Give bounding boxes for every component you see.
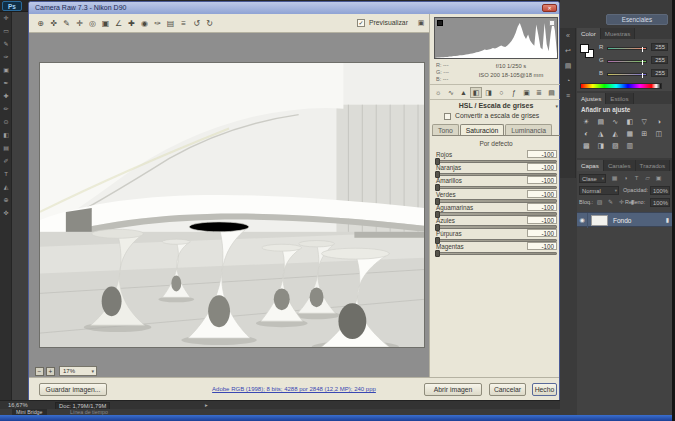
rotate-left-tool-icon[interactable]: ↺ <box>190 17 203 30</box>
shape-tool-icon[interactable]: ◭ <box>0 181 12 194</box>
status-menu-arrow-icon[interactable]: ▸ <box>205 402 208 408</box>
slider-value-field[interactable]: -100 <box>527 150 557 158</box>
levels-icon[interactable]: ▤ <box>594 116 609 128</box>
channel-slider[interactable] <box>607 47 647 50</box>
done-button[interactable]: Hecho <box>532 383 557 396</box>
zoom-in-button[interactable]: + <box>46 367 55 376</box>
type-tool-icon[interactable]: T <box>0 168 12 181</box>
layer-visibility-eye-icon[interactable]: ◉ <box>577 213 588 228</box>
cancel-button[interactable]: Cancelar <box>489 383 526 396</box>
black-white-icon[interactable]: ◮ <box>594 128 609 140</box>
layer-thumbnail[interactable] <box>591 215 608 226</box>
presets-tab-icon[interactable]: ≣ <box>533 87 546 98</box>
clone-stamp-tool-icon[interactable]: ⊙ <box>0 116 12 129</box>
zoom-tool-icon[interactable]: ⊕ <box>34 17 47 30</box>
split-toning-tab-icon[interactable]: ◨ <box>482 87 495 98</box>
threshold-icon[interactable]: ◨ <box>594 140 609 152</box>
rotate-right-tool-icon[interactable]: ↻ <box>203 17 216 30</box>
tab-saturación[interactable]: Saturación <box>460 124 505 135</box>
spot-removal-tool-icon[interactable]: ✚ <box>125 17 138 30</box>
eyedropper-tool-icon[interactable]: ✒ <box>0 77 12 90</box>
lasso-tool-icon[interactable]: ✎ <box>0 38 12 51</box>
color-lookup-icon[interactable]: ⊞ <box>637 128 652 140</box>
zoom-out-button[interactable]: − <box>35 367 44 376</box>
windows-taskbar[interactable] <box>0 415 675 421</box>
hand-tool-icon[interactable]: ✜ <box>47 17 60 30</box>
crop-tool-icon[interactable]: ▣ <box>0 64 12 77</box>
channel-slider-handle[interactable] <box>642 60 644 65</box>
lens-corrections-tab-icon[interactable]: ○ <box>495 87 508 98</box>
brightness-contrast-icon[interactable]: ☀ <box>579 116 594 128</box>
highlight-clipping-indicator[interactable] <box>549 20 555 26</box>
default-link[interactable]: Por defecto <box>430 140 562 147</box>
zoom-level-select[interactable]: 17% ▾ <box>59 366 97 376</box>
lock-transparency-icon[interactable]: ▨ <box>594 198 605 207</box>
targeted-adjustment-tool-icon[interactable]: ◎ <box>86 17 99 30</box>
magic-wand-tool-icon[interactable]: ✑ <box>0 51 12 64</box>
channel-slider[interactable] <box>607 60 647 63</box>
filter-shape-layers-icon[interactable]: ▱ <box>642 174 653 183</box>
preferences-tool-icon[interactable]: ≡ <box>177 17 190 30</box>
color-sampler-tool-icon[interactable]: ✛ <box>73 17 86 30</box>
slider-value-field[interactable]: -100 <box>527 242 557 250</box>
slider-handle[interactable] <box>435 250 440 257</box>
channel-mixer-icon[interactable]: ▦ <box>623 128 638 140</box>
selective-color-icon[interactable]: ▨ <box>608 140 623 152</box>
tab-canales[interactable]: Canales <box>604 160 636 171</box>
collapse-dock-icon[interactable]: « <box>560 28 576 43</box>
preview-checkbox[interactable]: ✓ <box>357 19 365 27</box>
close-button[interactable]: ✕ <box>542 4 557 12</box>
history-panel-icon[interactable]: ↩ <box>560 43 576 58</box>
open-image-button[interactable]: Abrir imagen <box>424 383 482 396</box>
layer-row-background[interactable]: ◉ Fondo ▮ <box>577 212 672 227</box>
zoom-tool-icon[interactable]: ⊕ <box>0 194 12 207</box>
gradient-map-icon[interactable]: ▥ <box>623 140 638 152</box>
slider-value-field[interactable]: -100 <box>527 176 557 184</box>
slider-value-field[interactable]: -100 <box>527 190 557 198</box>
filter-adjustment-layers-icon[interactable]: ◑ <box>620 174 631 183</box>
curves-icon[interactable]: ∿ <box>608 116 623 128</box>
convert-grayscale-checkbox[interactable] <box>444 113 451 120</box>
adjustment-brush-tool-icon[interactable]: ✑ <box>151 17 164 30</box>
channel-value-field[interactable]: 255 <box>651 56 668 64</box>
channel-slider-handle[interactable] <box>642 73 644 78</box>
color-spectrum-ramp[interactable] <box>580 83 662 89</box>
detail-tab-icon[interactable]: ▲ <box>457 87 470 98</box>
fill-field[interactable]: 100% <box>650 198 670 207</box>
tab-capas[interactable]: Capas <box>577 160 604 171</box>
filter-smart-objects-icon[interactable]: ▣ <box>653 174 664 183</box>
layer-filter-select[interactable]: Clase ▾ <box>579 174 606 183</box>
marquee-tool-icon[interactable]: ▭ <box>0 25 12 38</box>
shadow-clipping-indicator[interactable] <box>437 20 443 26</box>
slider-value-field[interactable]: -100 <box>527 216 557 224</box>
color-balance-icon[interactable]: ◐ <box>579 128 594 140</box>
brush-tool-icon[interactable]: ✏ <box>0 103 12 116</box>
foreground-color-swatch[interactable] <box>580 44 589 53</box>
effects-tab-icon[interactable]: ƒ <box>508 87 521 98</box>
properties-panel-icon[interactable]: ▤ <box>560 58 576 73</box>
tab-luminancia[interactable]: Luminancia <box>505 124 552 135</box>
exposure-icon[interactable]: ◧ <box>623 116 638 128</box>
blend-mode-select[interactable]: Normal ▾ <box>579 186 619 195</box>
channel-value-field[interactable]: 255 <box>651 43 668 51</box>
slider-track[interactable] <box>435 252 557 256</box>
crop-tool-icon[interactable]: ▣ <box>99 17 112 30</box>
channel-value-field[interactable]: 255 <box>651 69 668 77</box>
info-panel-icon[interactable]: ◔ <box>560 73 576 88</box>
basic-tab-icon[interactable]: ☼ <box>432 87 445 98</box>
zoom-percentage[interactable]: 16,67% <box>8 402 28 408</box>
snapshots-tab-icon[interactable]: ▤ <box>545 87 558 98</box>
eraser-tool-icon[interactable]: ◧ <box>0 129 12 142</box>
hue-saturation-icon[interactable]: ◑ <box>652 116 667 128</box>
tab-trazados[interactable]: Trazados <box>636 160 671 171</box>
camera-calibration-tab-icon[interactable]: ▣ <box>520 87 533 98</box>
dialog-titlebar[interactable]: Camera Raw 7.3 - Nikon D90 <box>29 2 559 14</box>
slider-value-field[interactable]: -100 <box>527 229 557 237</box>
fullscreen-toggle-icon[interactable]: ▣ <box>416 18 426 28</box>
actions-panel-icon[interactable]: ≡ <box>560 88 576 103</box>
invert-icon[interactable]: ◫ <box>652 128 667 140</box>
pen-tool-icon[interactable]: ✐ <box>0 155 12 168</box>
tab-tono[interactable]: Tono <box>432 124 459 135</box>
gradient-tool-icon[interactable]: ▤ <box>0 142 12 155</box>
tab-muestras[interactable]: Muestras <box>601 28 635 39</box>
